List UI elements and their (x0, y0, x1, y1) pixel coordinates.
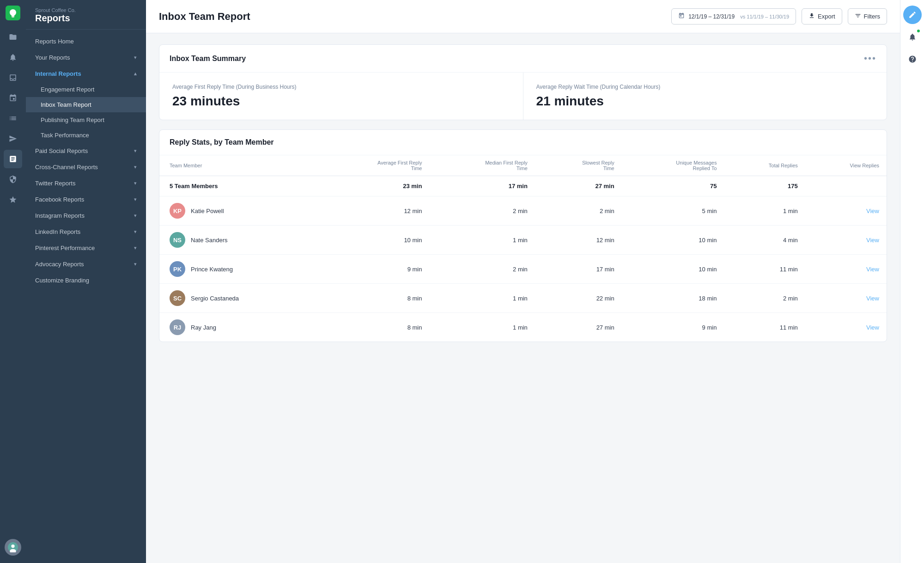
pinterest-performance-label: Pinterest Performance (35, 245, 95, 251)
sidebar-item-internal-reports[interactable]: Internal Reports ▴ (26, 66, 146, 82)
notifications-button[interactable] (903, 28, 922, 46)
metrics-row: Average First Reply Time (During Busines… (159, 73, 887, 120)
total-replies: 175 (724, 176, 805, 196)
rail-nav-icon-send[interactable] (4, 129, 22, 148)
sidebar: Sprout Coffee Co. Reports Reports Home Y… (26, 0, 146, 563)
publishing-team-report-label: Publishing Team Report (41, 116, 104, 123)
median-first-reply-1: 1 min (429, 226, 535, 255)
rail-nav-icon-star[interactable] (4, 190, 22, 209)
calendar-icon (678, 12, 685, 20)
view-replies-4[interactable]: View (805, 313, 887, 342)
sidebar-title: Reports (35, 13, 137, 24)
slowest-reply-4: 27 min (535, 313, 622, 342)
main-body: Inbox Team Summary ••• Average First Rep… (146, 33, 900, 563)
unique-messages-3: 18 min (622, 284, 724, 313)
company-name: Sprout Coffee Co. (35, 7, 137, 13)
member-avatar-0: KP (170, 203, 185, 219)
view-replies-1[interactable]: View (805, 226, 887, 255)
rail-nav-icon-inbox[interactable] (4, 68, 22, 87)
reply-stats-header: Reply Stats, by Team Member (159, 130, 887, 155)
chevron-down-icon: ▾ (134, 55, 137, 61)
rail-nav-icon-list[interactable] (4, 109, 22, 128)
total-replies-0: 1 min (724, 196, 805, 226)
sidebar-item-engagement-report[interactable]: Engagement Report (26, 82, 146, 97)
summary-card-menu[interactable]: ••• (864, 53, 876, 64)
col-total-replies: Total Replies (724, 155, 805, 176)
total-unique-messages: 75 (622, 176, 724, 196)
member-name-1: Nate Sanders (191, 237, 228, 244)
sidebar-item-advocacy-reports[interactable]: Advocacy Reports ▾ (26, 256, 146, 272)
rail-nav-icon-notifications[interactable] (4, 48, 22, 67)
advocacy-reports-label: Advocacy Reports (35, 261, 84, 268)
paid-social-reports-label: Paid Social Reports (35, 147, 88, 154)
sidebar-item-customize-branding[interactable]: Customize Branding (26, 272, 146, 288)
sidebar-item-paid-social-reports[interactable]: Paid Social Reports ▾ (26, 143, 146, 159)
sidebar-item-facebook-reports[interactable]: Facebook Reports ▾ (26, 191, 146, 208)
col-team-member: Team Member (159, 155, 320, 176)
total-replies-2: 11 min (724, 255, 805, 284)
reply-stats-card: Reply Stats, by Team Member Team Member … (159, 129, 887, 342)
metric-value-1: 21 minutes (536, 94, 874, 109)
twitter-reports-label: Twitter Reports (35, 180, 75, 187)
sidebar-item-linkedin-reports[interactable]: LinkedIn Reports ▾ (26, 224, 146, 240)
sidebar-item-instagram-reports[interactable]: Instagram Reports ▾ (26, 208, 146, 224)
rail-nav-icon-badge[interactable] (4, 170, 22, 189)
help-button[interactable] (903, 50, 922, 68)
svg-point-1 (11, 545, 14, 548)
task-performance-label: Task Performance (41, 132, 89, 139)
summary-card-header: Inbox Team Summary ••• (159, 45, 887, 73)
member-avatar-4: RJ (170, 319, 185, 335)
metric-label-1: Average Reply Wait Time (During Calendar… (536, 84, 874, 90)
metric-value-0: 23 minutes (172, 94, 510, 109)
sidebar-item-reports-home[interactable]: Reports Home (26, 33, 146, 49)
compose-button[interactable] (903, 6, 922, 24)
table-row-total: 5 Team Members 23 min 17 min 27 min 75 1… (159, 176, 887, 196)
table-row: SC Sergio Castaneda 8 min 1 min 22 min 1… (159, 284, 887, 313)
unique-messages-2: 10 min (622, 255, 724, 284)
instagram-reports-label: Instagram Reports (35, 212, 85, 219)
slowest-reply-0: 2 min (535, 196, 622, 226)
view-replies-0[interactable]: View (805, 196, 887, 226)
rail-nav-icon-pin[interactable] (4, 89, 22, 107)
view-replies-2[interactable]: View (805, 255, 887, 284)
member-avatar-3: SC (170, 290, 185, 306)
member-name-3: Sergio Castaneda (191, 295, 239, 302)
avg-first-reply-0: 12 min (320, 196, 429, 226)
median-first-reply-3: 1 min (429, 284, 535, 313)
sidebar-item-inbox-team-report[interactable]: Inbox Team Report (26, 97, 146, 112)
app-logo (6, 6, 20, 20)
sidebar-item-your-reports[interactable]: Your Reports ▾ (26, 49, 146, 66)
user-avatar-small[interactable] (5, 539, 21, 556)
sidebar-item-twitter-reports[interactable]: Twitter Reports ▾ (26, 175, 146, 191)
sidebar-header: Sprout Coffee Co. Reports (26, 0, 146, 30)
internal-reports-label: Internal Reports (35, 70, 81, 77)
metric-box-1: Average Reply Wait Time (During Calendar… (523, 73, 887, 120)
member-cell-2: PK Prince Kwateng (159, 255, 320, 284)
view-replies-3[interactable]: View (805, 284, 887, 313)
rail-nav-icon-folder[interactable] (4, 28, 22, 46)
col-avg-first-reply: Average First ReplyTime (320, 155, 429, 176)
member-cell-3: SC Sergio Castaneda (159, 284, 320, 313)
chevron-down-icon-paid: ▾ (134, 148, 137, 154)
member-avatar-2: PK (170, 261, 185, 277)
total-avg-first-reply: 23 min (320, 176, 429, 196)
page-title: Inbox Team Report (159, 11, 250, 23)
compare-range-text: vs 11/1/19 – 11/30/19 (740, 14, 789, 19)
table-row: KP Katie Powell 12 min 2 min 2 min 5 min… (159, 196, 887, 226)
sidebar-item-task-performance[interactable]: Task Performance (26, 128, 146, 143)
median-first-reply-2: 2 min (429, 255, 535, 284)
member-cell-4: RJ Ray Jang (159, 313, 320, 342)
total-slowest-reply: 27 min (535, 176, 622, 196)
sidebar-item-publishing-team-report[interactable]: Publishing Team Report (26, 112, 146, 128)
chevron-down-icon-linkedin: ▾ (134, 229, 137, 235)
sidebar-item-cross-channel-reports[interactable]: Cross-Channel Reports ▾ (26, 159, 146, 175)
sidebar-item-pinterest-performance[interactable]: Pinterest Performance ▾ (26, 240, 146, 256)
date-range-button[interactable]: 12/1/19 – 12/31/19 vs 11/1/19 – 11/30/19 (671, 8, 796, 24)
col-view-replies: View Replies (805, 155, 887, 176)
export-button[interactable]: Export (802, 8, 842, 24)
rail-nav-icon-reports[interactable] (4, 150, 22, 168)
reply-stats-table: Team Member Average First ReplyTime Medi… (159, 155, 887, 342)
total-view (805, 176, 887, 196)
filters-button[interactable]: Filters (848, 8, 887, 24)
reply-stats-table-section: Team Member Average First ReplyTime Medi… (159, 155, 887, 342)
